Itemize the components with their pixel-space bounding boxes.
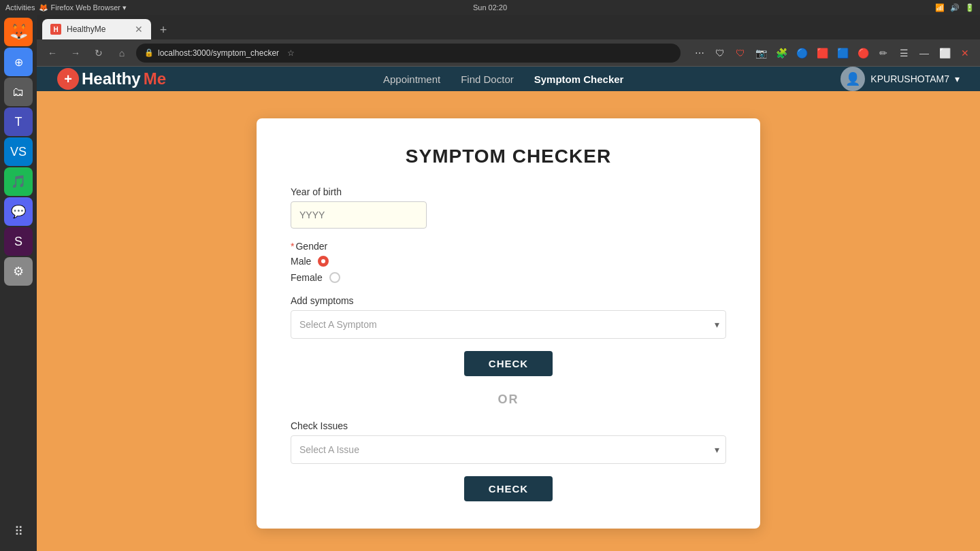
radio-male-btn[interactable]	[318, 256, 329, 267]
puzzle-icon[interactable]: 🧩	[773, 45, 789, 61]
back-button[interactable]: ←	[44, 44, 61, 62]
minimize-btn[interactable]: —	[916, 45, 932, 61]
form-title: SYMPTOM CHECKER	[291, 146, 726, 167]
hamburger-icon[interactable]: ☰	[896, 45, 912, 61]
tab-title: HealthyMe	[67, 24, 105, 34]
sidebar-discord[interactable]: 💬	[4, 197, 33, 226]
app-logo: + HealthyMe	[57, 68, 166, 90]
tab-bar: H HealthyMe ✕ +	[37, 15, 980, 39]
os-tray: 📶 🔊 🔋	[935, 3, 975, 12]
close-btn[interactable]: ✕	[957, 45, 973, 61]
ff-shield2[interactable]: 🛡	[732, 45, 749, 61]
activities-label[interactable]: Activities	[5, 3, 35, 12]
gender-required: *	[291, 241, 294, 252]
camera-icon[interactable]: 📷	[753, 45, 769, 61]
logo-plus-icon: +	[57, 68, 79, 90]
user-area[interactable]: 👤 KPURUSHOTAM7 ▾	[840, 67, 960, 91]
tab-close-button[interactable]: ✕	[135, 24, 143, 35]
symptom-select-wrap: Select A Symptom ▾	[291, 310, 726, 339]
url-bar-input[interactable]: 🔒 localhost:3000/symptom_checker ☆	[136, 44, 681, 63]
sidebar-teams[interactable]: T	[4, 107, 33, 136]
user-avatar: 👤	[840, 67, 865, 91]
addon2[interactable]: 🟥	[814, 45, 830, 61]
radio-male-label: Male	[291, 256, 311, 267]
year-label: Year of birth	[291, 186, 726, 197]
bookmark-icon[interactable]: ☆	[287, 48, 295, 58]
main-area: SYMPTOM CHECKER Year of birth *Gender Ma…	[37, 91, 980, 551]
home-button[interactable]: ⌂	[113, 44, 131, 62]
year-of-birth-group: Year of birth	[291, 186, 726, 229]
gender-group: *Gender Male Female	[291, 241, 726, 283]
nav-symptom-checker[interactable]: Symptom Checker	[534, 73, 624, 85]
firefox-label: 🦊 Firefox Web Browser ▾	[39, 3, 127, 12]
sidebar-slack[interactable]: S	[4, 227, 33, 256]
sidebar-vs[interactable]: VS	[4, 137, 33, 166]
extensions-icon[interactable]: ⋯	[691, 45, 708, 61]
gender-label: *Gender	[291, 241, 726, 252]
user-dropdown-icon: ▾	[955, 73, 960, 84]
logo-healthy: Healthy	[82, 69, 141, 88]
symptom-checker-card: SYMPTOM CHECKER Year of birth *Gender Ma…	[257, 118, 760, 529]
logo-me: Me	[144, 69, 166, 88]
issue-select-wrap: Select A Issue ▾	[291, 435, 726, 464]
active-tab[interactable]: H HealthyMe ✕	[42, 19, 151, 39]
sidebar-waffle[interactable]: ⠿	[4, 517, 33, 546]
os-bar-left: Activities 🦊 Firefox Web Browser ▾	[5, 3, 127, 12]
wifi-icon: 📶	[935, 3, 945, 12]
nav-find-doctor[interactable]: Find Doctor	[461, 73, 514, 85]
security-icon: 🔒	[144, 48, 154, 57]
browser-toolbar-right: ⋯ 🛡 🛡 📷 🧩 🔵 🟥 🟦 🔴 ✏ ☰ — ⬜ ✕	[691, 45, 973, 61]
restore-btn[interactable]: ⬜	[936, 45, 953, 61]
os-bar: Activities 🦊 Firefox Web Browser ▾ Sun 0…	[0, 0, 980, 15]
radio-male[interactable]: Male	[291, 256, 726, 267]
tab-favicon: H	[50, 24, 61, 35]
shield-icon[interactable]: 🛡	[712, 45, 728, 61]
or-divider: OR	[291, 393, 726, 407]
app-sidebar: 🦊 ⊕ 🗂 T VS 🎵 💬 S ⚙ ⠿	[0, 15, 37, 551]
symptom-select[interactable]: Select A Symptom	[291, 310, 726, 339]
addon1[interactable]: 🔵	[794, 45, 810, 61]
url-bar: ← → ↻ ⌂ 🔒 localhost:3000/symptom_checker…	[37, 39, 980, 67]
app-nav-links: Appointment Find Doctor Symptom Checker	[383, 73, 623, 85]
radio-female-label: Female	[291, 272, 323, 283]
issue-select[interactable]: Select A Issue	[291, 435, 726, 464]
volume-icon: 🔊	[950, 3, 960, 12]
url-text: localhost:3000/symptom_checker	[158, 48, 279, 58]
radio-female-btn[interactable]	[329, 272, 340, 283]
add-symptoms-group: Add symptoms Select A Symptom ▾	[291, 295, 726, 339]
addon3[interactable]: 🟦	[834, 45, 851, 61]
sidebar-settings[interactable]: ⚙	[4, 257, 33, 286]
nav-appointment[interactable]: Appointment	[383, 73, 440, 85]
app-navbar: + HealthyMe Appointment Find Doctor Symp…	[37, 67, 980, 91]
radio-female[interactable]: Female	[291, 272, 726, 283]
reload-button[interactable]: ↻	[90, 44, 108, 62]
user-name: KPURUSHOTAM7	[870, 73, 949, 84]
url-icons: ☆	[287, 48, 295, 58]
os-datetime: Sun 02:20	[473, 3, 507, 12]
new-tab-button[interactable]: +	[154, 20, 173, 39]
forward-button[interactable]: →	[67, 44, 84, 62]
browser-window: H HealthyMe ✕ + ← → ↻ ⌂ 🔒 localhost:3000…	[37, 15, 980, 551]
add-symptoms-label: Add symptoms	[291, 295, 726, 306]
addon4[interactable]: 🔴	[855, 45, 871, 61]
sidebar-chrome[interactable]: ⊕	[4, 48, 33, 76]
check-button-1[interactable]: CHECK	[464, 351, 553, 376]
sidebar-spotify[interactable]: 🎵	[4, 167, 33, 196]
power-icon: 🔋	[965, 3, 975, 12]
sidebar-firefox[interactable]: 🦊	[4, 18, 33, 46]
check-issues-label: Check Issues	[291, 420, 726, 431]
year-input[interactable]	[291, 201, 427, 229]
page-content: + HealthyMe Appointment Find Doctor Symp…	[37, 67, 980, 551]
sidebar-files[interactable]: 🗂	[4, 78, 33, 106]
edit-icon[interactable]: ✏	[875, 45, 892, 61]
check-issues-group: Check Issues Select A Issue ▾	[291, 420, 726, 464]
check-button-2[interactable]: CHECK	[464, 476, 553, 501]
gender-radio-group: Male Female	[291, 256, 726, 283]
